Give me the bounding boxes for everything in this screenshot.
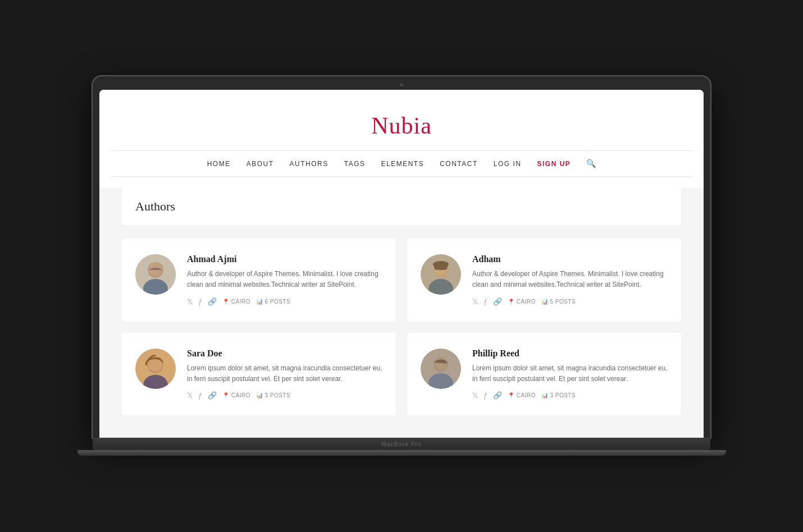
page-title: Authors: [135, 199, 668, 214]
author-name-adham: Adham: [472, 254, 668, 264]
location-phillip: 📍 CAIRO: [508, 392, 536, 398]
author-card-phillip[interactable]: Phillip Reed Lorem ipsum dolor sit amet,…: [407, 333, 681, 415]
author-name-ahmad: Ahmad Ajmi: [187, 254, 382, 264]
nav-about[interactable]: ABOUT: [247, 160, 274, 168]
laptop-frame: Nubia HOME ABOUT AUTHORS TAGS ELEMENTS C…: [93, 76, 710, 456]
facebook-icon-phillip[interactable]: ƒ: [483, 391, 487, 400]
posts-icon-adham: 📊: [541, 299, 549, 305]
author-card-adham[interactable]: Adham Author & developer of Aspire Theme…: [407, 239, 681, 321]
twitter-icon-adham[interactable]: 𝕏: [472, 297, 478, 306]
posts-ahmad: 📊 6 POSTS: [256, 299, 290, 305]
author-bio-ahmad: Author & developer of Aspire Themes. Min…: [187, 269, 382, 290]
posts-adham: 📊 5 POSTS: [541, 299, 576, 305]
facebook-icon-ahmad[interactable]: ƒ: [198, 297, 202, 306]
author-meta-adham: 𝕏 ƒ 🔗 📍 CAIRO 📊 5 POSTS: [472, 297, 668, 306]
author-card-ahmad[interactable]: Ahmad Ajmi Author & developer of Aspire …: [122, 239, 396, 321]
author-name-sara: Sara Doe: [187, 348, 382, 359]
posts-sara: 📊 3 POSTS: [256, 392, 290, 398]
link-icon-adham[interactable]: 🔗: [493, 297, 502, 306]
nav-authors[interactable]: AUTHORS: [290, 160, 328, 168]
link-icon-phillip[interactable]: 🔗: [493, 391, 502, 400]
author-bio-adham: Author & developer of Aspire Themes. Min…: [472, 269, 668, 290]
avatar-phillip: [421, 348, 461, 389]
facebook-icon-adham[interactable]: ƒ: [483, 297, 487, 306]
nav-login[interactable]: LOG IN: [494, 160, 522, 168]
posts-phillip: 📊 3 POSTS: [541, 392, 576, 398]
location-pin-icon-sara: 📍: [222, 392, 230, 398]
site-header: Nubia HOME ABOUT AUTHORS TAGS ELEMENTS C…: [99, 90, 704, 188]
author-card-sara[interactable]: Sara Doe Lorem ipsum dolor sit amet, sit…: [122, 333, 396, 415]
site-nav: HOME ABOUT AUTHORS TAGS ELEMENTS CONTACT…: [111, 150, 692, 177]
posts-icon-sara: 📊: [256, 392, 263, 398]
author-name-phillip: Phillip Reed: [472, 348, 668, 359]
location-pin-icon-phillip: 📍: [508, 392, 515, 398]
nav-contact[interactable]: CONTACT: [440, 160, 478, 168]
nav-home[interactable]: HOME: [207, 160, 231, 168]
svg-point-9: [433, 261, 449, 268]
page-title-bar: Authors: [122, 188, 681, 225]
nav-signup[interactable]: SIGN UP: [537, 160, 571, 168]
screen-content: Nubia HOME ABOUT AUTHORS TAGS ELEMENTS C…: [99, 90, 704, 438]
avatar-ahmad: [135, 254, 176, 295]
author-info-ahmad: Ahmad Ajmi Author & developer of Aspire …: [187, 254, 382, 305]
facebook-icon-sara[interactable]: ƒ: [198, 391, 202, 400]
twitter-icon-sara[interactable]: 𝕏: [187, 391, 193, 400]
laptop-foot: [77, 450, 726, 456]
twitter-icon-phillip[interactable]: 𝕏: [472, 391, 478, 400]
twitter-icon-ahmad[interactable]: 𝕏: [187, 297, 193, 306]
site-main: Authors: [99, 188, 704, 438]
nav-tags[interactable]: TAGS: [344, 160, 366, 168]
author-bio-phillip: Lorem ipsum dolor sit amet, sit magna ir…: [472, 363, 668, 384]
location-adham: 📍 CAIRO: [508, 299, 536, 305]
authors-grid: Ahmad Ajmi Author & developer of Aspire …: [122, 239, 681, 415]
location-pin-icon-adham: 📍: [508, 299, 515, 305]
laptop-base: [93, 438, 710, 450]
webcam-dot: [400, 83, 403, 86]
author-info-sara: Sara Doe Lorem ipsum dolor sit amet, sit…: [187, 348, 382, 400]
svg-point-17: [435, 357, 447, 370]
author-info-phillip: Phillip Reed Lorem ipsum dolor sit amet,…: [472, 348, 668, 400]
link-icon-ahmad[interactable]: 🔗: [208, 297, 217, 306]
posts-icon-ahmad: 📊: [256, 299, 263, 305]
avatar-adham: [421, 254, 461, 295]
avatar-sara: [135, 348, 176, 389]
link-icon-sara[interactable]: 🔗: [208, 391, 217, 400]
location-sara: 📍 CAIRO: [222, 392, 250, 398]
author-meta-phillip: 𝕏 ƒ 🔗 📍 CAIRO 📊 3 POSTS: [472, 391, 668, 400]
author-meta-ahmad: 𝕏 ƒ 🔗 📍 CAIRO 📊 6 POSTS: [187, 297, 382, 306]
posts-icon-phillip: 📊: [541, 392, 549, 398]
laptop-screen: Nubia HOME ABOUT AUTHORS TAGS ELEMENTS C…: [93, 76, 710, 438]
nav-elements[interactable]: ELEMENTS: [381, 160, 424, 168]
location-pin-icon-ahmad: 📍: [222, 299, 230, 305]
search-icon[interactable]: 🔍: [586, 159, 596, 168]
site-logo: Nubia: [111, 112, 692, 139]
author-bio-sara: Lorem ipsum dolor sit amet, sit magna ir…: [187, 363, 382, 384]
author-meta-sara: 𝕏 ƒ 🔗 📍 CAIRO 📊 3 POSTS: [187, 391, 382, 400]
location-ahmad: 📍 CAIRO: [222, 299, 250, 305]
author-info-adham: Adham Author & developer of Aspire Theme…: [472, 254, 668, 305]
